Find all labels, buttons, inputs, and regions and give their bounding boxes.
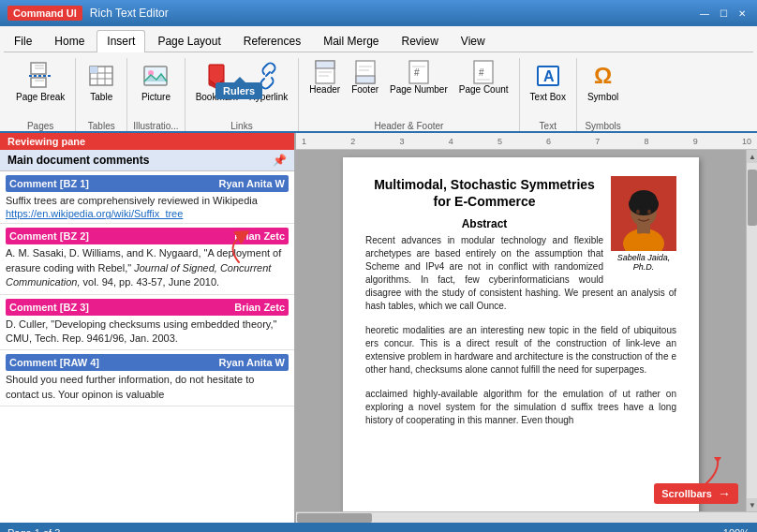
body-text-2: acclaimed highly-available algorithm for… <box>365 388 676 427</box>
tab-page-layout[interactable]: Page Layout <box>147 30 230 52</box>
comment-bz1: Comment [BZ 1] Ryan Anita W Suffix trees… <box>0 171 294 224</box>
symbol-icon: Ω <box>588 61 618 91</box>
pin-icon: 📌 <box>273 154 287 167</box>
close-button[interactable]: ✕ <box>735 6 750 21</box>
tab-insert[interactable]: Insert <box>96 30 145 52</box>
tab-references[interactable]: References <box>233 30 311 52</box>
zoom-level: 100% <box>723 527 750 532</box>
table-label: Table <box>90 92 112 102</box>
comments-list: Comment [BZ 1] Ryan Anita W Suffix trees… <box>0 171 294 523</box>
page-count-icon: # <box>472 61 495 83</box>
page-count-label: Page Count <box>459 84 509 95</box>
header-label: Header <box>309 84 340 95</box>
command-ui-badge: Command UI <box>7 6 82 21</box>
comment-raw4-author: Ryan Anita W <box>219 357 286 368</box>
title-bar-left: Command UI Rich Text Editor <box>7 6 169 21</box>
ribbon-tabs: File Home Insert Page Layout References … <box>4 30 753 52</box>
table-button[interactable]: Table <box>82 58 121 105</box>
h-scroll-thumb[interactable] <box>297 513 372 523</box>
symbol-button[interactable]: Ω Symbol <box>583 58 623 105</box>
ribbon-group-header-footer: Header Footer <box>299 58 519 131</box>
comment-bz3: Comment [BZ 3] Brian Zetc D. Culler, "De… <box>0 295 294 351</box>
rulers-callout: Rulers <box>215 82 262 99</box>
comment-bz1-text: Suffix trees are comprehensively reviewe… <box>6 194 289 208</box>
text-group-label: Text <box>540 119 557 131</box>
ribbon-group-pages: Page Break Pages <box>6 58 76 131</box>
window-controls: — ☐ ✕ <box>697 6 750 21</box>
comments-header-text: Main document comments <box>7 154 149 167</box>
page-count-button[interactable]: # Page Count <box>454 58 513 97</box>
svg-rect-19 <box>316 61 334 68</box>
svg-line-17 <box>266 72 270 76</box>
scroll-down-button[interactable]: ▼ <box>747 498 757 511</box>
comment-raw4-text: Should you need further information, do … <box>6 373 289 402</box>
tab-file[interactable]: File <box>4 30 42 52</box>
comment-bz1-header: Comment [BZ 1] Ryan Anita W <box>6 175 289 192</box>
window-title: Rich Text Editor <box>90 7 169 20</box>
page-number-icon: # <box>408 61 430 83</box>
symbols-group-label: Symbols <box>585 119 620 131</box>
page-indicator: Page 1 of 3 <box>7 527 60 532</box>
footer-icon <box>354 61 377 83</box>
comment-raw4-id: Comment [RAW 4] <box>9 357 99 368</box>
document-area[interactable]: Sabella Jaida,Ph.D. Multimodal, Stochast… <box>296 150 746 511</box>
tab-review[interactable]: Review <box>392 30 449 52</box>
right-panel: 12345678910 <box>296 133 757 523</box>
header-icon <box>314 61 336 83</box>
tab-home[interactable]: Home <box>44 30 95 52</box>
ribbon-group-tables: Table Tables <box>76 58 127 131</box>
svg-text:A: A <box>543 68 555 84</box>
comment-bz3-id: Comment [BZ 3] <box>9 302 89 313</box>
svg-point-40 <box>636 210 640 214</box>
scroll-thumb[interactable] <box>748 170 757 226</box>
title-bar: Command UI Rich Text Editor — ☐ ✕ <box>0 0 757 26</box>
svg-text:#: # <box>479 67 484 78</box>
scroll-up-button[interactable]: ▲ <box>747 150 757 163</box>
ribbon-group-text: A Text Box Text <box>520 58 577 131</box>
doc-comments-header: Main document comments 📌 <box>0 150 294 171</box>
header-button[interactable]: Header <box>304 58 345 97</box>
vertical-scrollbar[interactable]: ▲ ▼ <box>746 150 757 511</box>
bottom-bar: Page 1 of 3 100% <box>0 523 757 532</box>
tables-group-label: Tables <box>88 119 115 131</box>
tab-view[interactable]: View <box>451 30 496 52</box>
svg-marker-42 <box>714 457 721 463</box>
minimize-button[interactable]: — <box>697 6 712 21</box>
comment-bz3-author: Brian Zetc <box>234 302 285 313</box>
comment-raw4-header: Comment [RAW 4] Ryan Anita W <box>6 354 289 371</box>
ribbon-group-symbols-buttons: Ω Symbol <box>583 58 623 119</box>
svg-rect-11 <box>90 66 97 73</box>
svg-rect-23 <box>356 76 375 83</box>
maximize-button[interactable]: ☐ <box>716 6 731 21</box>
text-box-button[interactable]: A Text Box <box>526 58 571 105</box>
horizontal-scrollbar[interactable] <box>296 511 757 523</box>
ribbon-group-illustrations-buttons: Picture <box>136 58 175 119</box>
header-footer-group-label: Header & Footer <box>374 119 443 131</box>
picture-button[interactable]: Picture <box>136 58 175 105</box>
ruler-top: 12345678910 <box>296 133 757 150</box>
page-break-button[interactable]: Page Break <box>11 58 69 105</box>
comment-bz3-text: D. Culler, "Developing checksums using e… <box>6 318 289 347</box>
scrollbars-annotation: Scrollbars → <box>654 483 738 504</box>
document-page: Sabella Jaida,Ph.D. Multimodal, Stochast… <box>343 157 699 511</box>
illustrations-group-label: Illustratio... <box>133 119 178 131</box>
body-text-1: heoretic modalities are an interesting n… <box>365 324 676 377</box>
footer-button[interactable]: Footer <box>347 58 383 97</box>
ribbon-group-symbols: Ω Symbol Symbols <box>577 58 629 131</box>
links-group-label: Links <box>230 119 252 131</box>
comment-bz1-author: Ryan Anita W <box>219 178 286 189</box>
main-area: Reviewing pane Main document comments 📌 … <box>0 133 757 523</box>
ribbon-group-illustrations: Picture Illustratio... <box>127 58 185 131</box>
author-photo-box <box>611 176 676 251</box>
author-caption: Sabella Jaida,Ph.D. <box>611 253 676 272</box>
comment-bz1-id: Comment [BZ 1] <box>9 178 89 189</box>
comment-bz2: Comment [BZ 2] Brian Zetc A. M. Sasaki, … <box>0 224 294 294</box>
comment-bz1-link[interactable]: https://en.wikipedia.org/wiki/Suffix_tre… <box>6 208 183 219</box>
comment-bz2-text: A. M. Sasaki, D. Williams, and K. Nygaar… <box>6 246 289 289</box>
tab-mail-merge[interactable]: Mail Merge <box>313 30 389 52</box>
page-number-button[interactable]: # Page Number <box>385 58 453 97</box>
ribbon-group-hf-buttons: Header Footer <box>304 58 512 119</box>
page-break-icon <box>25 61 55 91</box>
svg-text:#: # <box>414 67 420 78</box>
comment-bz2-header: Comment [BZ 2] Brian Zetc <box>6 228 289 244</box>
